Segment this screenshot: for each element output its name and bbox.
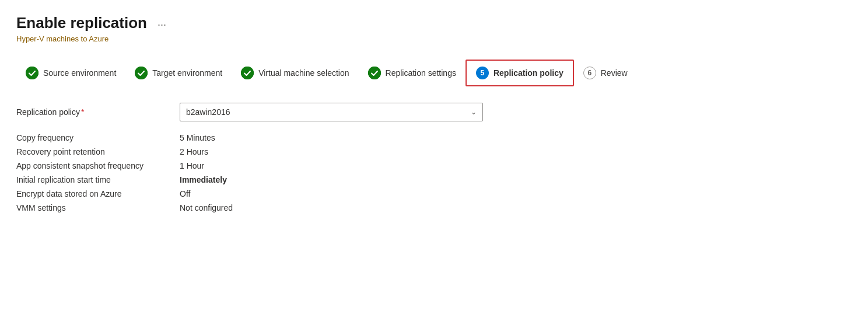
copy-freq-value: 5 Minutes — [180, 133, 215, 142]
recovery-point-label: Recovery point retention — [16, 147, 180, 156]
svg-point-1 — [135, 67, 148, 79]
copy-freq-label: Copy frequency — [16, 133, 180, 142]
step-3-label: Virtual machine selection — [258, 68, 349, 78]
step-source-environment[interactable]: Source environment — [16, 61, 125, 85]
policy-dropdown[interactable]: b2awin2016 ⌄ — [180, 103, 483, 121]
step-review[interactable]: 6 Review — [574, 61, 637, 85]
info-row-copy-freq: Copy frequency 5 Minutes — [16, 133, 852, 142]
info-row-vmm-settings: VMM settings Not configured — [16, 203, 852, 212]
page-header: Enable replication ··· Hyper-V machines … — [16, 14, 852, 43]
info-row-encrypt-data: Encrypt data stored on Azure Off — [16, 189, 852, 198]
step-vm-selection[interactable]: Virtual machine selection — [232, 61, 358, 85]
snapshot-freq-label: App consistent snapshot frequency — [16, 161, 180, 170]
initial-replication-label: Initial replication start time — [16, 175, 180, 184]
vmm-settings-value: Not configured — [180, 203, 233, 212]
info-row-recovery-point: Recovery point retention 2 Hours — [16, 147, 852, 156]
info-row-initial-replication: Initial replication start time Immediate… — [16, 175, 852, 184]
step-target-environment[interactable]: Target environment — [125, 61, 232, 85]
step-1-label: Source environment — [43, 68, 116, 78]
vmm-settings-label: VMM settings — [16, 203, 180, 212]
ellipsis-menu-button[interactable]: ··· — [158, 19, 166, 31]
encrypt-data-label: Encrypt data stored on Azure — [16, 189, 180, 198]
page-subtitle: Hyper-V machines to Azure — [16, 34, 852, 43]
step-3-icon — [241, 67, 254, 79]
chevron-down-icon: ⌄ — [471, 108, 477, 116]
step-6-label: Review — [601, 68, 628, 78]
step-2-label: Target environment — [152, 68, 222, 78]
svg-point-3 — [368, 67, 381, 79]
recovery-point-value: 2 Hours — [180, 147, 208, 156]
step-5-label: Replication policy — [494, 68, 564, 78]
step-4-label: Replication settings — [386, 68, 456, 78]
step-6-icon: 6 — [583, 67, 596, 79]
page-title: Enable replication — [16, 14, 147, 32]
policy-label: Replication policy* — [16, 107, 180, 117]
form-section: Replication policy* b2awin2016 ⌄ — [16, 103, 852, 121]
step-4-icon — [368, 67, 381, 79]
initial-replication-value: Immediately — [180, 175, 227, 184]
step-replication-settings[interactable]: Replication settings — [359, 61, 466, 85]
info-section: Copy frequency 5 Minutes Recovery point … — [16, 133, 852, 212]
policy-dropdown-value: b2awin2016 — [186, 107, 230, 117]
wizard-steps: Source environment Target environment Vi… — [16, 60, 852, 86]
step-5-icon: 5 — [476, 67, 489, 79]
step-1-icon — [26, 67, 38, 79]
step-2-icon — [135, 67, 148, 79]
encrypt-data-value: Off — [180, 189, 190, 198]
svg-point-2 — [241, 67, 254, 79]
svg-point-0 — [26, 67, 38, 79]
snapshot-freq-value: 1 Hour — [180, 161, 204, 170]
required-indicator: * — [81, 107, 84, 117]
policy-row: Replication policy* b2awin2016 ⌄ — [16, 103, 852, 121]
info-row-snapshot-freq: App consistent snapshot frequency 1 Hour — [16, 161, 852, 170]
step-replication-policy[interactable]: 5 Replication policy — [466, 60, 574, 86]
